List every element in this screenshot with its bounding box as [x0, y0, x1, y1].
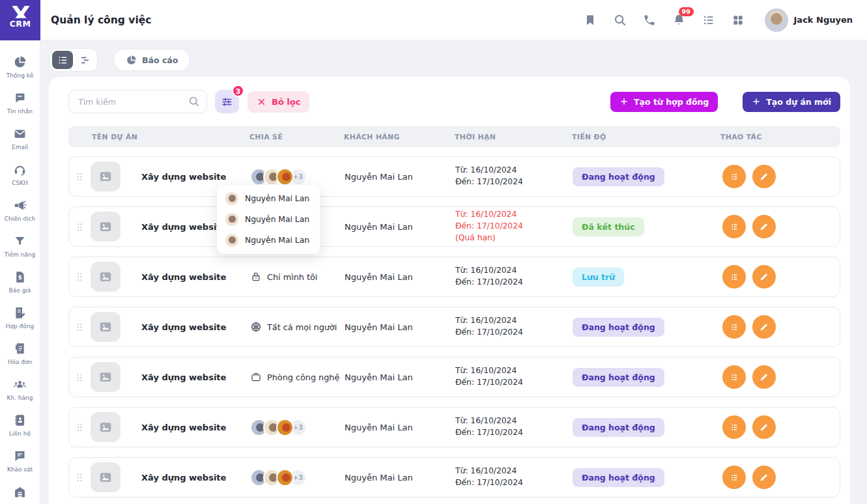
sidebar-item-bao-gia[interactable]: $Báo giá — [0, 264, 40, 300]
drag-handle-icon[interactable] — [69, 423, 91, 432]
date-range: Từ: 16/10/2024Đến: 17/10/2024 — [455, 165, 573, 188]
notifications-bell-icon[interactable]: 99 — [672, 13, 686, 27]
list-view-button[interactable] — [52, 51, 73, 69]
edit-button[interactable] — [752, 215, 776, 238]
row-actions — [721, 265, 840, 288]
logo-text: CRM — [8, 18, 33, 29]
search-icon[interactable] — [613, 13, 627, 27]
share-cell[interactable]: Tất cả mọi người — [250, 321, 345, 333]
edit-button[interactable] — [752, 415, 776, 439]
details-button[interactable] — [722, 165, 746, 188]
sidebar-item-tiem-nang[interactable]: Tiềm năng — [0, 229, 40, 264]
project-name[interactable]: Xây dựng website — [131, 372, 250, 382]
project-thumbnail — [91, 462, 121, 492]
share-popup-member[interactable]: Nguyễn Mai Lan — [217, 209, 320, 230]
avatar — [276, 419, 294, 436]
details-button[interactable] — [722, 315, 746, 339]
notification-count-badge: 99 — [679, 7, 694, 16]
share-cell[interactable]: Phòng công nghệ — [250, 371, 345, 383]
table-row: Xây dựng website +3 Nguyễn Mai Lan Từ: 1… — [68, 457, 840, 497]
share-cell[interactable]: +3 — [250, 419, 345, 436]
sidebar-item-label: Kh. hàng — [7, 395, 33, 401]
share-mode-label: Chỉ mình tôi — [267, 272, 317, 282]
list-icon — [729, 472, 740, 483]
sidebar-item-email[interactable]: Email — [0, 121, 40, 157]
details-button[interactable] — [722, 466, 746, 489]
pencil-icon — [759, 272, 769, 282]
member-avatars[interactable]: +3 — [250, 469, 307, 486]
clear-filter-label: Bỏ lọc — [272, 97, 300, 107]
bookmark-icon[interactable] — [584, 14, 597, 27]
details-button[interactable] — [722, 265, 746, 288]
sidebar-item-hoa-don[interactable]: Hóa đơn — [0, 336, 40, 372]
invoice-icon — [13, 342, 27, 356]
crm-logo[interactable]: X CRM — [0, 0, 40, 40]
sidebar-nav: Thống kêTin nhắnEmailCSKHChiến dịchTiềm … — [0, 40, 40, 504]
image-placeholder-icon — [98, 420, 113, 434]
sidebar-item-khao-sat[interactable]: Khảo sát — [0, 443, 40, 479]
report-button[interactable]: Báo cáo — [113, 49, 190, 71]
drag-handle-icon[interactable] — [69, 372, 91, 382]
project-name[interactable]: Xây dựng website — [131, 423, 250, 432]
pencil-icon — [759, 372, 769, 382]
sidebar-item-tin-nhan[interactable]: Tin nhắn — [0, 85, 40, 121]
edit-button[interactable] — [752, 365, 776, 389]
sidebar: X CRM Thống kêTin nhắnEmailCSKHChiến dịc… — [0, 0, 40, 504]
drag-handle-icon[interactable] — [69, 473, 91, 483]
contract-icon — [13, 306, 27, 320]
drag-handle-icon[interactable] — [69, 272, 91, 282]
member-avatars[interactable]: +3 — [250, 168, 307, 186]
search-input[interactable] — [68, 90, 207, 113]
share-cell[interactable]: Chỉ mình tôi — [250, 271, 345, 283]
sidebar-item-kh-hang[interactable]: Kh. hàng — [0, 372, 40, 408]
sidebar-item-lien-he[interactable]: Liên hệ — [0, 408, 40, 443]
drag-handle-icon[interactable] — [69, 322, 91, 332]
edit-button[interactable] — [752, 165, 776, 188]
sidebar-item-thong-ke[interactable]: Thống kê — [0, 49, 40, 85]
contacts-icon — [13, 413, 27, 427]
project-thumbnail — [91, 212, 121, 242]
plus-icon — [619, 97, 629, 106]
drag-handle-icon[interactable] — [69, 172, 91, 182]
topbar-actions: 99 Jack Nguyen — [584, 8, 853, 32]
filter-button[interactable]: 3 — [215, 90, 239, 113]
clear-filter-button[interactable]: Bỏ lọc — [248, 91, 309, 113]
mail-icon — [13, 127, 27, 141]
edit-button[interactable] — [752, 315, 776, 339]
user-menu[interactable]: Jack Nguyen — [765, 8, 853, 32]
create-project-button[interactable]: Tạo dự án mới — [743, 92, 840, 112]
sidebar-item-chien-dich[interactable]: Chiến dịch — [0, 193, 40, 229]
sidebar-item-hop-dong[interactable]: Hợp đồng — [0, 300, 40, 336]
project-name[interactable]: Xây dựng website — [131, 172, 250, 182]
edit-button[interactable] — [752, 466, 776, 489]
details-button[interactable] — [722, 415, 746, 439]
share-popup-member[interactable]: Nguyễn Mai Lan — [217, 188, 320, 209]
page-title: Quản lý công việc — [51, 14, 151, 26]
view-toggle-group — [50, 48, 98, 72]
project-name[interactable]: Xây dựng website — [131, 473, 250, 483]
project-name[interactable]: Xây dựng website — [131, 322, 250, 332]
sidebar-item-label: Tiềm năng — [5, 251, 36, 258]
share-cell[interactable]: +3 — [250, 469, 345, 486]
create-from-contract-label: Tạo từ hợp đồng — [634, 97, 709, 107]
member-avatars[interactable]: +3 — [250, 419, 307, 436]
details-button[interactable] — [722, 215, 746, 238]
edit-button[interactable] — [752, 265, 776, 288]
apps-grid-icon[interactable] — [732, 14, 745, 27]
sidebar-item-label: Khảo sát — [7, 466, 33, 473]
share-popup-member[interactable]: Nguyễn Mai Lan — [217, 230, 320, 251]
megaphone-icon — [13, 199, 27, 212]
pencil-icon — [759, 221, 769, 232]
kanban-view-button[interactable] — [74, 51, 95, 69]
task-list-icon[interactable] — [702, 14, 715, 27]
details-button[interactable] — [722, 365, 746, 389]
phone-icon[interactable] — [643, 14, 656, 27]
member-name: Nguyễn Mai Lan — [245, 194, 309, 203]
drag-handle-icon[interactable] — [69, 222, 91, 232]
create-from-contract-button[interactable]: Tạo từ hợp đồng — [610, 92, 718, 112]
sidebar-item-cskh[interactable]: CSKH — [0, 157, 40, 193]
share-cell[interactable]: +3 — [250, 168, 345, 186]
avatar — [225, 191, 239, 206]
sidebar-item-kho[interactable] — [0, 479, 40, 504]
project-name[interactable]: Xây dựng website — [131, 272, 250, 282]
